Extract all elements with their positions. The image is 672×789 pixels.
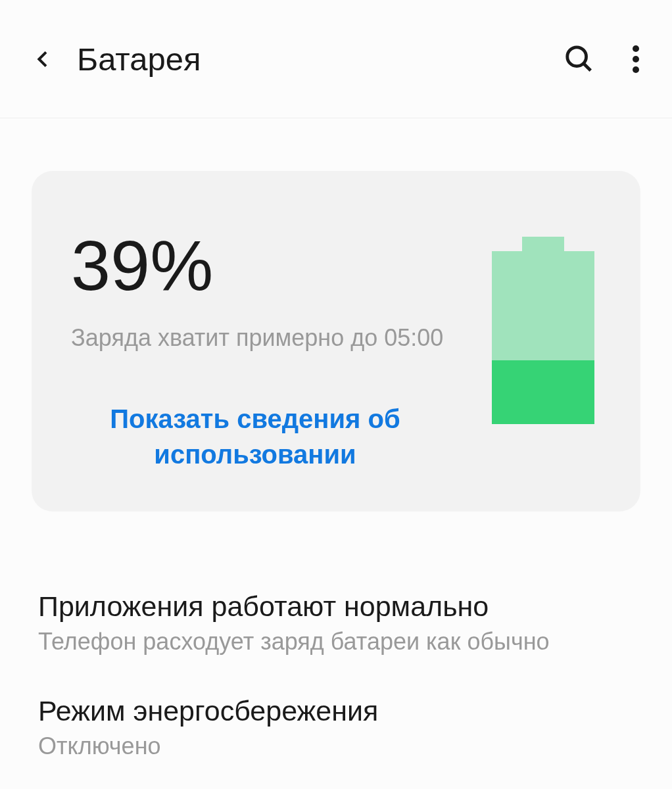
battery-estimate: Заряда хватит примерно до 05:00 — [71, 324, 443, 352]
settings-item-title: Приложения работают нормально — [38, 590, 634, 623]
battery-body — [492, 251, 594, 424]
header: Батарея — [0, 0, 672, 118]
search-icon — [564, 44, 594, 74]
settings-item-title: Режим энергосбережения — [38, 695, 634, 727]
svg-point-2 — [633, 45, 639, 52]
settings-list: Приложения работают нормально Телефон ра… — [32, 571, 640, 780]
header-actions — [564, 44, 639, 74]
more-button[interactable] — [633, 45, 639, 73]
search-button[interactable] — [564, 44, 594, 74]
svg-point-3 — [633, 56, 639, 62]
battery-percent: 39% — [71, 230, 443, 301]
settings-item-power-saving[interactable]: Режим энергосбережения Отключено — [38, 675, 634, 780]
battery-icon-wrapper — [492, 230, 594, 424]
settings-item-subtitle: Телефон расходует заряд батареи как обыч… — [38, 628, 634, 656]
battery-fill — [492, 360, 594, 424]
svg-point-4 — [633, 66, 639, 73]
battery-cap — [522, 237, 564, 251]
settings-item-apps-status[interactable]: Приложения работают нормально Телефон ра… — [38, 571, 634, 675]
svg-line-1 — [584, 63, 591, 70]
settings-item-subtitle: Отключено — [38, 732, 634, 760]
more-vertical-icon — [633, 45, 639, 73]
back-button[interactable] — [33, 49, 67, 70]
chevron-left-icon — [33, 49, 54, 70]
usage-details-link[interactable]: Показать сведения об использовании — [71, 401, 439, 472]
battery-icon — [492, 237, 594, 424]
svg-point-0 — [567, 47, 587, 66]
page-title: Батарея — [77, 41, 564, 78]
battery-info: 39% Заряда хватит примерно до 05:00 Пока… — [71, 230, 443, 472]
battery-card: 39% Заряда хватит примерно до 05:00 Пока… — [32, 171, 640, 512]
content: 39% Заряда хватит примерно до 05:00 Пока… — [0, 118, 672, 780]
